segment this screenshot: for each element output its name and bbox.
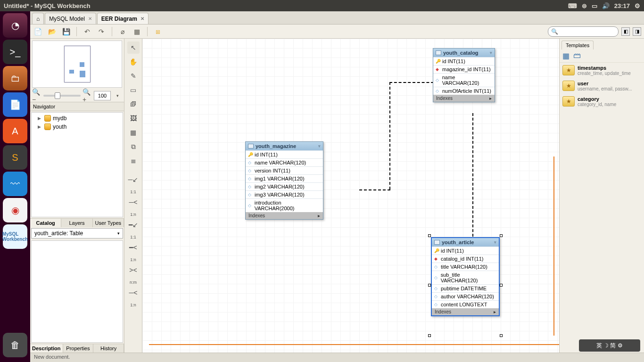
close-icon[interactable]: ✕ (140, 16, 144, 21)
table-tool[interactable]: ▦ (127, 126, 140, 139)
zoom-dropdown-icon[interactable]: ▾ (113, 91, 122, 100)
ime-indicator[interactable]: 英 ☽ 简⚙ (579, 339, 640, 352)
terminal-icon[interactable]: >_ (3, 40, 27, 64)
schema-node[interactable]: ▶youth (33, 123, 121, 131)
tab-layers[interactable]: Layers (61, 219, 92, 227)
template-table-icon[interactable]: 🗃 (573, 51, 581, 60)
keyboard-icon[interactable]: ⌨ (568, 2, 577, 9)
column-row[interactable]: 🔑id INT(11) (246, 150, 323, 158)
dash-icon[interactable]: ◔ (3, 13, 27, 38)
indexes-row[interactable]: Indexes▸ (433, 95, 495, 102)
gear-icon[interactable]: ⚙ (635, 2, 640, 9)
tab-usertypes[interactable]: User Types (93, 219, 124, 227)
rel-pick-tool[interactable]: ─< (127, 287, 140, 299)
routine-tool[interactable]: ≣ (127, 155, 140, 167)
image-tool[interactable]: 🖼 (127, 112, 140, 124)
object-details[interactable] (31, 240, 123, 343)
rel-1n-i-tool[interactable]: ━< (127, 241, 140, 254)
workbench-icon[interactable]: MySQLWorkbench (3, 224, 27, 249)
zoom-in-icon[interactable]: 🔍+ (83, 91, 92, 100)
new-note-icon[interactable]: 🗉 (153, 27, 163, 36)
sublime-icon[interactable]: S (3, 145, 27, 170)
template-item[interactable]: ★timestampscreate_time, update_time (560, 63, 644, 78)
template-item[interactable]: ★categorycategory_id, name (560, 94, 644, 109)
zoom-input[interactable] (94, 91, 111, 100)
table-youth-magazine[interactable]: youth_magazine▾ 🔑id INT(11)◇name VARCHAR… (245, 141, 323, 220)
rel-11-i-tool[interactable]: ━↙ (127, 219, 140, 231)
selected-object-dropdown[interactable]: youth_article: Table▾ (31, 228, 123, 239)
files-icon[interactable]: 🗀 (3, 66, 27, 90)
rel-11-ni-tool[interactable]: ─↙ (127, 173, 140, 186)
layer-tool[interactable]: ▭ (127, 84, 140, 96)
column-row[interactable]: ◇img1 VARCHAR(120) (246, 174, 323, 182)
column-row[interactable]: ◇pubtime DATETIME (432, 284, 499, 292)
column-row[interactable]: ◇img3 VARCHAR(120) (246, 190, 323, 198)
hand-tool[interactable]: ✋ (127, 56, 140, 68)
diagram-overview[interactable] (32, 41, 122, 88)
tab-eer-diagram[interactable]: EER Diagram✕ (97, 13, 149, 24)
tab-mysql-model[interactable]: MySQL Model✕ (45, 13, 96, 24)
schema-tree[interactable]: ▶mydb ▶youth (31, 112, 123, 217)
toggle-right-panel[interactable]: ◨ (633, 27, 641, 36)
table-youth-article[interactable]: youth_article▾ 🔑id INT(11)◆catalog_id IN… (431, 237, 500, 316)
battery-icon[interactable]: ▭ (592, 2, 597, 9)
schema-node[interactable]: ▶mydb (33, 114, 121, 123)
tab-properties[interactable]: Properties (63, 344, 94, 353)
chevron-down-icon[interactable]: ▾ (494, 240, 496, 245)
indexes-row[interactable]: Indexes▸ (246, 212, 323, 219)
column-row[interactable]: 🔑id INT(11) (433, 57, 495, 65)
pointer-tool[interactable]: ↖ (127, 41, 140, 54)
template-item[interactable]: ★userusername, email, passw... (560, 78, 644, 94)
trash-icon[interactable]: 🗑 (3, 333, 27, 357)
tab-catalog[interactable]: Catalog (30, 219, 61, 227)
tab-home[interactable]: ⌂ (32, 13, 44, 24)
close-icon[interactable]: ✕ (88, 16, 92, 21)
zoom-slider[interactable] (43, 95, 81, 97)
rel-1n-ni-tool[interactable]: ─< (127, 196, 140, 208)
column-row[interactable]: ◆catalog_id INT(11) (432, 255, 499, 263)
view-tool[interactable]: ⧉ (127, 140, 140, 153)
search-input[interactable]: 🔍 (548, 26, 619, 37)
column-row[interactable]: ◇name VARCHAR(120) (433, 73, 495, 87)
chrome-icon[interactable]: ◉ (3, 198, 27, 222)
snap-icon[interactable]: ⌀ (118, 27, 127, 36)
column-row[interactable]: ◇img2 VARCHAR(120) (246, 182, 323, 190)
software-centre-icon[interactable]: A (3, 119, 27, 143)
column-row[interactable]: ◆magazine_id INT(11) (433, 65, 495, 73)
chevron-down-icon[interactable]: ▾ (318, 144, 321, 148)
rel-nm-tool[interactable]: >< (127, 264, 140, 276)
column-row[interactable]: ◇introduction VARCHAR(2000) (246, 198, 323, 212)
wifi-icon[interactable]: ⊚ (582, 2, 587, 9)
column-row[interactable]: 🔑id INT(11) (432, 247, 499, 255)
undo-icon[interactable]: ↶ (83, 27, 92, 36)
column-row[interactable]: ◇name VARCHAR(120) (246, 158, 323, 166)
chevron-down-icon[interactable]: ▾ (490, 50, 492, 55)
clock[interactable]: 23:17 (614, 2, 630, 9)
save-icon[interactable]: 💾 (61, 27, 71, 36)
new-file-icon[interactable]: 📄 (33, 27, 42, 36)
sysmon-icon[interactable]: 〰 (3, 172, 27, 196)
text-tool[interactable]: 🗊 (127, 98, 140, 110)
template-add-icon[interactable]: ▦ (562, 51, 570, 60)
column-row[interactable]: ◇author VARCHAR(120) (432, 292, 499, 300)
tab-description[interactable]: Description (30, 344, 63, 353)
toggle-left-panel[interactable]: ◧ (621, 27, 630, 36)
table-youth-catalog[interactable]: youth_catalog▾ 🔑id INT(11)◆magazine_id I… (433, 48, 495, 102)
volume-icon[interactable]: 🔊 (602, 2, 610, 9)
column-row[interactable]: ◇version INT(11) (246, 166, 323, 174)
column-row[interactable]: ◇numOfArticle INT(11) (433, 87, 495, 95)
writer-icon[interactable]: 📄 (3, 92, 27, 117)
eraser-tool[interactable]: ✎ (127, 70, 140, 82)
column-row[interactable]: ◇sub_title VARCHAR(120) (432, 271, 499, 284)
column-row[interactable]: ◇title VARCHAR(120) (432, 263, 499, 271)
open-folder-icon[interactable]: 📂 (47, 27, 57, 36)
grid-icon[interactable]: ▦ (132, 27, 141, 36)
diagram-canvas[interactable]: youth_magazine▾ 🔑id INT(11)◇name VARCHAR… (142, 39, 559, 353)
tab-history[interactable]: History (93, 344, 124, 353)
column-row[interactable]: ◇content LONGTEXT (432, 300, 499, 308)
redo-icon[interactable]: ↷ (97, 27, 106, 36)
indexes-row[interactable]: Indexes▸ (432, 308, 499, 315)
tab-templates[interactable]: Templates (561, 41, 594, 49)
template-star-icon: ★ (562, 96, 575, 107)
zoom-out-icon[interactable]: 🔍− (32, 91, 41, 100)
